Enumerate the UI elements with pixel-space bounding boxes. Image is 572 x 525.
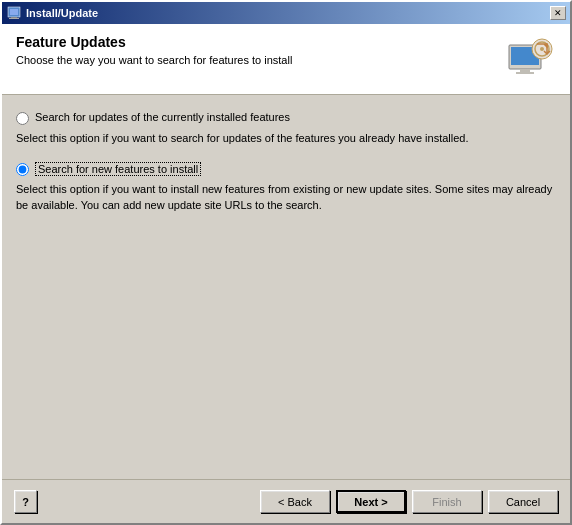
title-bar-left: Install/Update [6, 5, 98, 21]
window-icon [6, 5, 22, 21]
next-button[interactable]: Next > [336, 490, 406, 513]
title-bar: Install/Update ✕ [2, 2, 570, 24]
svg-rect-7 [516, 72, 534, 74]
main-window: Install/Update ✕ Feature Updates Choose … [0, 0, 572, 525]
header-icon [501, 34, 556, 84]
title-bar-buttons: ✕ [550, 6, 566, 20]
cancel-button[interactable]: Cancel [488, 490, 558, 513]
footer: ? < Back Next > Finish Cancel [2, 479, 570, 523]
back-button[interactable]: < Back [260, 490, 330, 513]
svg-rect-3 [9, 18, 19, 19]
radio-input-1[interactable] [16, 112, 29, 125]
help-button[interactable]: ? [14, 490, 37, 513]
finish-button[interactable]: Finish [412, 490, 482, 513]
content-area: Search for updates of the currently inst… [2, 95, 570, 479]
radio-label-1[interactable]: Search for updates of the currently inst… [35, 111, 290, 123]
window-title: Install/Update [26, 7, 98, 19]
option-description-2: Select this option if you want to instal… [16, 182, 556, 213]
radio-input-2[interactable] [16, 163, 29, 176]
svg-point-10 [540, 47, 544, 51]
header-section: Feature Updates Choose the way you want … [2, 24, 570, 95]
page-subtitle: Choose the way you want to search for fe… [16, 54, 501, 66]
radio-label-2[interactable]: Search for new features to install [35, 162, 201, 176]
svg-rect-1 [10, 9, 18, 15]
page-title: Feature Updates [16, 34, 501, 50]
header-text: Feature Updates Choose the way you want … [16, 34, 501, 66]
option-description-1: Select this option if you want to search… [16, 131, 556, 146]
close-button[interactable]: ✕ [550, 6, 566, 20]
footer-right: < Back Next > Finish Cancel [260, 490, 558, 513]
radio-option-1: Search for updates of the currently inst… [16, 111, 556, 125]
footer-left: ? [14, 490, 37, 513]
radio-option-2: Search for new features to install [16, 162, 556, 176]
svg-rect-2 [11, 17, 17, 18]
